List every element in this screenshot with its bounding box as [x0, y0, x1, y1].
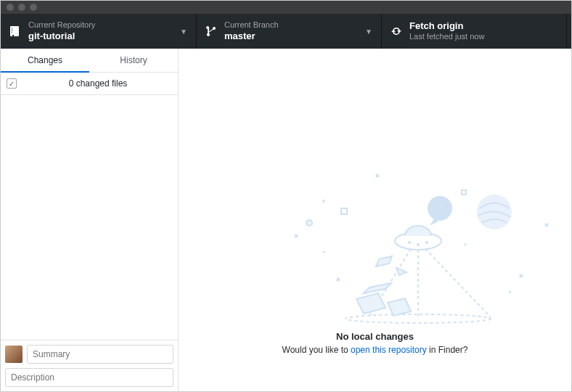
sidebar: Changes History ✓ 0 changed files: [1, 49, 179, 391]
close-dot[interactable]: [7, 4, 14, 11]
svg-point-12: [465, 244, 467, 246]
svg-point-4: [408, 241, 411, 244]
select-all-checkbox[interactable]: ✓: [7, 78, 17, 89]
commit-form: [1, 340, 178, 391]
repo-switcher-value: git-tutorial: [28, 30, 95, 42]
main-pane: ?: [179, 49, 571, 391]
sidebar-tabs: Changes History: [1, 49, 178, 73]
summary-input[interactable]: [27, 345, 173, 364]
changes-count: 0 changed files: [24, 78, 172, 89]
description-input[interactable]: [5, 368, 173, 387]
fetch-status: Last fetched just now: [409, 32, 484, 42]
svg-point-11: [323, 251, 325, 253]
chevron-down-icon: ▼: [365, 28, 372, 36]
empty-state-illustration: ?: [179, 172, 571, 361]
tab-changes[interactable]: Changes: [1, 49, 89, 73]
minimize-dot[interactable]: [18, 4, 25, 11]
avatar: [5, 346, 23, 363]
branch-switcher[interactable]: Current Branch master ▼: [197, 14, 382, 49]
svg-point-13: [306, 220, 312, 226]
svg-point-16: [322, 200, 325, 203]
chevron-down-icon: ▼: [180, 28, 187, 36]
svg-line-9: [425, 249, 491, 317]
repository-switcher[interactable]: Current Repository git-tutorial ▼: [1, 14, 197, 49]
svg-text:?: ?: [436, 201, 444, 216]
fetch-label: Fetch origin: [409, 20, 484, 32]
titlebar: [1, 1, 571, 14]
branch-switcher-value: master: [224, 30, 279, 42]
body: Changes History ✓ 0 changed files: [1, 49, 571, 391]
svg-rect-14: [341, 208, 347, 214]
zoom-dot[interactable]: [30, 4, 37, 11]
sync-icon: [391, 25, 402, 37]
repo-switcher-label: Current Repository: [28, 20, 95, 30]
branch-switcher-label: Current Branch: [224, 20, 279, 30]
app-window: Current Repository git-tutorial ▼ Curren…: [0, 0, 572, 392]
fetch-button[interactable]: Fetch origin Last fetched just now: [382, 14, 567, 49]
tab-history[interactable]: History: [89, 49, 178, 72]
repo-icon: [9, 25, 21, 37]
top-toolbar: Current Repository git-tutorial ▼ Curren…: [1, 14, 571, 49]
changes-header: ✓ 0 changed files: [1, 73, 178, 95]
changes-list: [1, 95, 178, 340]
branch-icon: [205, 25, 217, 37]
svg-rect-15: [462, 190, 466, 195]
svg-point-5: [417, 243, 420, 246]
svg-point-6: [425, 241, 428, 244]
